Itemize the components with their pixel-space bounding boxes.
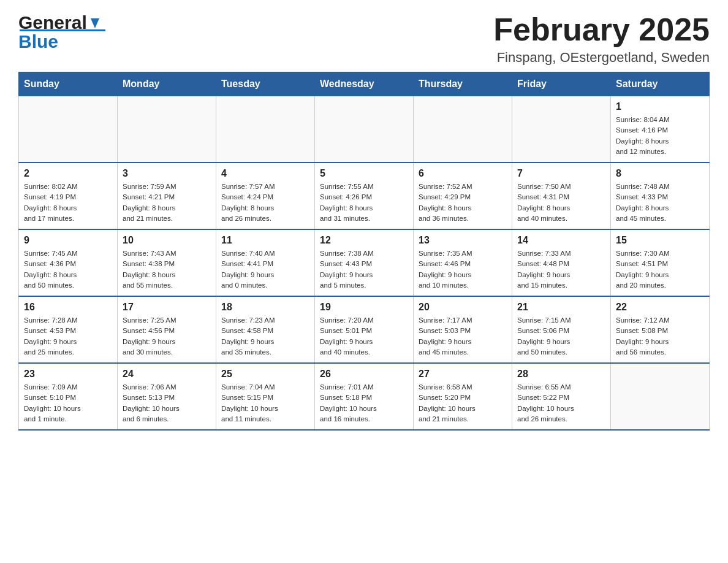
header-wednesday: Wednesday [315,72,414,96]
day-info: Sunrise: 6:58 AM Sunset: 5:20 PM Dayligh… [419,382,507,424]
calendar-week-row: 2Sunrise: 8:02 AM Sunset: 4:19 PM Daylig… [19,163,710,229]
day-number: 4 [221,168,309,179]
day-number: 3 [123,168,211,179]
day-number: 19 [320,302,408,313]
day-number: 11 [221,235,309,246]
header-friday: Friday [512,72,611,96]
calendar-week-row: 1Sunrise: 8:04 AM Sunset: 4:16 PM Daylig… [19,96,710,163]
day-number: 5 [320,168,408,179]
day-number: 23 [24,369,112,380]
calendar-cell: 20Sunrise: 7:17 AM Sunset: 5:03 PM Dayli… [414,296,512,363]
calendar-cell: 5Sunrise: 7:55 AM Sunset: 4:26 PM Daylig… [315,163,414,229]
day-info: Sunrise: 7:30 AM Sunset: 4:51 PM Dayligh… [616,248,704,291]
day-info: Sunrise: 7:43 AM Sunset: 4:38 PM Dayligh… [123,248,211,291]
calendar-cell: 4Sunrise: 7:57 AM Sunset: 4:24 PM Daylig… [216,163,315,229]
day-info: Sunrise: 7:48 AM Sunset: 4:33 PM Dayligh… [616,182,704,224]
calendar-cell: 23Sunrise: 7:09 AM Sunset: 5:10 PM Dayli… [19,363,118,430]
calendar-cell [414,96,512,163]
header-sunday: Sunday [19,72,118,96]
day-info: Sunrise: 8:02 AM Sunset: 4:19 PM Dayligh… [24,182,112,224]
calendar-cell: 7Sunrise: 7:50 AM Sunset: 4:31 PM Daylig… [512,163,611,229]
calendar-week-row: 16Sunrise: 7:28 AM Sunset: 4:53 PM Dayli… [19,296,710,363]
calendar-cell: 27Sunrise: 6:58 AM Sunset: 5:20 PM Dayli… [414,363,512,430]
header-monday: Monday [118,72,216,96]
day-number: 16 [24,302,112,313]
day-number: 27 [419,369,507,380]
day-number: 17 [123,302,211,313]
calendar-cell [216,96,315,163]
day-info: Sunrise: 7:15 AM Sunset: 5:06 PM Dayligh… [517,315,605,358]
header-thursday: Thursday [414,72,512,96]
calendar-cell: 11Sunrise: 7:40 AM Sunset: 4:41 PM Dayli… [216,229,315,296]
day-info: Sunrise: 7:12 AM Sunset: 5:08 PM Dayligh… [616,315,704,358]
day-number: 2 [24,168,112,179]
day-info: Sunrise: 8:04 AM Sunset: 4:16 PM Dayligh… [616,115,704,157]
calendar-cell: 10Sunrise: 7:43 AM Sunset: 4:38 PM Dayli… [118,229,216,296]
day-info: Sunrise: 7:33 AM Sunset: 4:48 PM Dayligh… [517,248,605,291]
header-tuesday: Tuesday [216,72,315,96]
header-saturday: Saturday [611,72,710,96]
calendar-cell: 9Sunrise: 7:45 AM Sunset: 4:36 PM Daylig… [19,229,118,296]
day-info: Sunrise: 7:28 AM Sunset: 4:53 PM Dayligh… [24,315,112,358]
calendar-header: Sunday Monday Tuesday Wednesday Thursday… [19,72,710,96]
day-info: Sunrise: 7:57 AM Sunset: 4:24 PM Dayligh… [221,182,309,224]
day-info: Sunrise: 7:20 AM Sunset: 5:01 PM Dayligh… [320,315,408,358]
calendar-table: Sunday Monday Tuesday Wednesday Thursday… [18,72,710,431]
day-info: Sunrise: 7:17 AM Sunset: 5:03 PM Dayligh… [419,315,507,358]
calendar-cell: 19Sunrise: 7:20 AM Sunset: 5:01 PM Dayli… [315,296,414,363]
day-number: 6 [419,168,507,179]
day-number: 7 [517,168,605,179]
month-title: February 2025 [493,12,710,47]
day-info: Sunrise: 7:25 AM Sunset: 4:56 PM Dayligh… [123,315,211,358]
calendar-cell: 18Sunrise: 7:23 AM Sunset: 4:58 PM Dayli… [216,296,315,363]
day-number: 28 [517,369,605,380]
title-block: February 2025 Finspang, OEstergoetland, … [493,12,710,66]
calendar-cell: 22Sunrise: 7:12 AM Sunset: 5:08 PM Dayli… [611,296,710,363]
calendar-cell [315,96,414,163]
calendar-cell: 28Sunrise: 6:55 AM Sunset: 5:22 PM Dayli… [512,363,611,430]
day-number: 14 [517,235,605,246]
logo-triangle-icon [88,16,102,29]
day-info: Sunrise: 7:06 AM Sunset: 5:13 PM Dayligh… [123,382,211,424]
calendar-body: 1Sunrise: 8:04 AM Sunset: 4:16 PM Daylig… [19,96,710,431]
day-info: Sunrise: 7:01 AM Sunset: 5:18 PM Dayligh… [320,382,408,424]
calendar-cell: 16Sunrise: 7:28 AM Sunset: 4:53 PM Dayli… [19,296,118,363]
calendar-cell: 21Sunrise: 7:15 AM Sunset: 5:06 PM Dayli… [512,296,611,363]
svg-marker-0 [91,18,99,28]
day-number: 12 [320,235,408,246]
calendar-cell [611,363,710,430]
calendar-week-row: 9Sunrise: 7:45 AM Sunset: 4:36 PM Daylig… [19,229,710,296]
day-info: Sunrise: 7:35 AM Sunset: 4:46 PM Dayligh… [419,248,507,291]
day-number: 8 [616,168,704,179]
page-header: General Blue February 2025 Finspang, OEs… [18,12,710,66]
day-number: 9 [24,235,112,246]
calendar-cell: 13Sunrise: 7:35 AM Sunset: 4:46 PM Dayli… [414,229,512,296]
day-info: Sunrise: 7:50 AM Sunset: 4:31 PM Dayligh… [517,182,605,224]
calendar-cell [118,96,216,163]
calendar-cell: 2Sunrise: 8:02 AM Sunset: 4:19 PM Daylig… [19,163,118,229]
day-info: Sunrise: 7:40 AM Sunset: 4:41 PM Dayligh… [221,248,309,291]
calendar-cell: 24Sunrise: 7:06 AM Sunset: 5:13 PM Dayli… [118,363,216,430]
calendar-cell: 26Sunrise: 7:01 AM Sunset: 5:18 PM Dayli… [315,363,414,430]
logo-blue-text: Blue [18,31,58,52]
day-number: 25 [221,369,309,380]
calendar-cell: 15Sunrise: 7:30 AM Sunset: 4:51 PM Dayli… [611,229,710,296]
day-info: Sunrise: 6:55 AM Sunset: 5:22 PM Dayligh… [517,382,605,424]
calendar-cell: 14Sunrise: 7:33 AM Sunset: 4:48 PM Dayli… [512,229,611,296]
calendar-week-row: 23Sunrise: 7:09 AM Sunset: 5:10 PM Dayli… [19,363,710,430]
day-number: 15 [616,235,704,246]
calendar-cell [512,96,611,163]
day-number: 20 [419,302,507,313]
day-info: Sunrise: 7:59 AM Sunset: 4:21 PM Dayligh… [123,182,211,224]
day-number: 22 [616,302,704,313]
day-number: 13 [419,235,507,246]
day-info: Sunrise: 7:23 AM Sunset: 4:58 PM Dayligh… [221,315,309,358]
calendar-cell: 8Sunrise: 7:48 AM Sunset: 4:33 PM Daylig… [611,163,710,229]
calendar-cell: 3Sunrise: 7:59 AM Sunset: 4:21 PM Daylig… [118,163,216,229]
calendar-cell: 25Sunrise: 7:04 AM Sunset: 5:15 PM Dayli… [216,363,315,430]
calendar-cell [19,96,118,163]
day-info: Sunrise: 7:45 AM Sunset: 4:36 PM Dayligh… [24,248,112,291]
day-info: Sunrise: 7:38 AM Sunset: 4:43 PM Dayligh… [320,248,408,291]
day-number: 10 [123,235,211,246]
day-info: Sunrise: 7:55 AM Sunset: 4:26 PM Dayligh… [320,182,408,224]
